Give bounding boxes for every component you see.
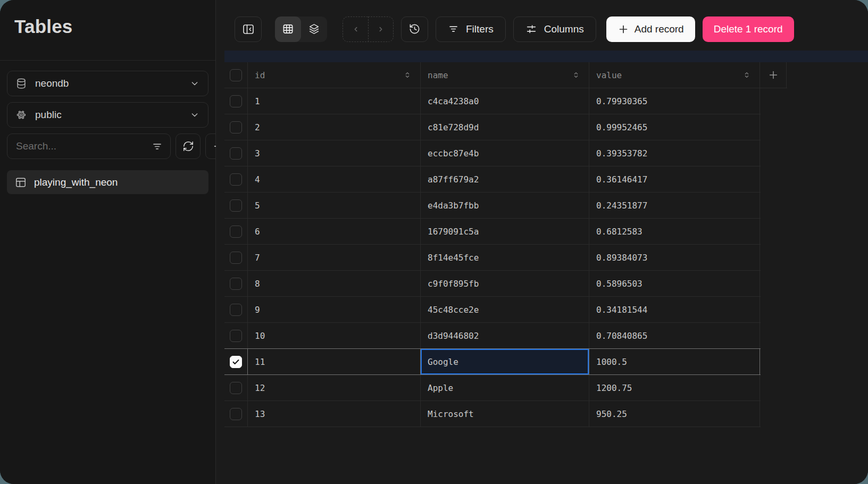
schema-selector-value: public xyxy=(35,109,181,121)
row-checkbox[interactable] xyxy=(230,173,242,186)
cell-value[interactable]: 0.39353782 xyxy=(589,140,760,166)
cell-name[interactable]: Google xyxy=(421,349,589,374)
cell-id[interactable]: 5 xyxy=(248,193,421,218)
sliders-icon xyxy=(525,23,537,35)
row-checkbox-cell xyxy=(224,271,248,296)
plus-icon xyxy=(617,23,629,35)
cell-value[interactable]: 0.24351877 xyxy=(589,193,760,218)
table-row: 12Apple1200.75 xyxy=(224,375,761,401)
layers-view-button[interactable] xyxy=(301,16,327,42)
cell-name[interactable]: a87ff679a2 xyxy=(421,166,589,192)
history-button[interactable] xyxy=(401,16,428,42)
cell-id[interactable]: 1 xyxy=(248,88,421,114)
row-checkbox[interactable] xyxy=(230,304,242,316)
table-row: 3eccbc87e4b0.39353782 xyxy=(224,140,761,166)
add-column-button[interactable] xyxy=(760,62,787,88)
data-table: id name value xyxy=(224,62,868,427)
filter-lines-icon xyxy=(152,141,163,152)
schema-icon xyxy=(15,109,27,121)
cell-id[interactable]: 11 xyxy=(248,349,421,374)
row-checkbox[interactable] xyxy=(230,382,242,394)
cell-id[interactable]: 9 xyxy=(248,297,421,322)
row-checkbox[interactable] xyxy=(230,278,242,290)
grid-view-icon xyxy=(282,23,294,35)
table-row: 61679091c5a0.6812583 xyxy=(224,219,761,245)
cell-value[interactable]: 0.34181544 xyxy=(589,297,760,322)
row-checkbox-cell xyxy=(224,297,248,322)
cell-value[interactable]: 1200.75 xyxy=(589,375,760,400)
schema-selector[interactable]: public xyxy=(7,102,208,128)
cell-name[interactable]: c9f0f895fb xyxy=(421,271,589,296)
row-checkbox-cell xyxy=(224,219,248,244)
row-checkbox-cell xyxy=(224,245,248,270)
cell-value[interactable]: 0.5896503 xyxy=(589,271,760,296)
cell-value[interactable]: 950.25 xyxy=(589,401,760,427)
cell-name[interactable]: 45c48cce2e xyxy=(421,297,589,322)
cell-value[interactable]: 0.99952465 xyxy=(589,114,760,140)
select-all-checkbox[interactable] xyxy=(230,69,242,81)
chevron-down-icon xyxy=(189,110,200,120)
row-checkbox[interactable] xyxy=(230,226,242,238)
table-header-row: id name value xyxy=(224,62,787,88)
grid-view-button[interactable] xyxy=(275,16,301,42)
filters-button[interactable]: Filters xyxy=(436,16,506,42)
row-checkbox[interactable] xyxy=(230,121,242,133)
cell-value[interactable]: 0.89384073 xyxy=(589,245,760,270)
row-checkbox[interactable] xyxy=(230,199,242,212)
collapse-sidebar-button[interactable] xyxy=(235,16,262,42)
columns-button-label: Columns xyxy=(544,23,584,35)
database-selector[interactable]: neondb xyxy=(7,71,208,96)
table-row: 11Google1000.5 xyxy=(224,349,761,375)
column-header-value[interactable]: value xyxy=(589,62,760,88)
table-search[interactable] xyxy=(7,133,171,159)
table-zone: id name value xyxy=(216,51,868,484)
cell-id[interactable]: 10 xyxy=(248,323,421,348)
search-input[interactable] xyxy=(15,140,147,153)
next-page-button[interactable] xyxy=(368,16,394,42)
cell-id[interactable]: 7 xyxy=(248,245,421,270)
columns-button[interactable]: Columns xyxy=(513,16,596,42)
cell-name[interactable]: Apple xyxy=(421,375,589,400)
row-checkbox-checked[interactable] xyxy=(230,356,242,368)
cell-id[interactable]: 8 xyxy=(248,271,421,296)
cell-value[interactable]: 0.36146417 xyxy=(589,166,760,192)
cell-name[interactable]: 8f14e45fce xyxy=(421,245,589,270)
row-checkbox[interactable] xyxy=(230,95,242,107)
cell-name[interactable]: c81e728d9d xyxy=(421,114,589,140)
cell-id[interactable]: 6 xyxy=(248,219,421,244)
cell-value[interactable]: 0.70840865 xyxy=(589,323,760,348)
cell-id[interactable]: 13 xyxy=(248,401,421,427)
refresh-button[interactable] xyxy=(176,133,201,159)
filters-button-label: Filters xyxy=(466,23,494,35)
row-checkbox[interactable] xyxy=(230,252,242,264)
cell-value[interactable]: 1000.5 xyxy=(589,349,760,374)
row-checkbox[interactable] xyxy=(230,147,242,160)
view-switcher xyxy=(275,16,327,42)
cell-value[interactable]: 0.6812583 xyxy=(589,219,760,244)
cell-name[interactable]: 1679091c5a xyxy=(421,219,589,244)
search-row xyxy=(7,133,208,159)
selection-strip xyxy=(224,51,868,62)
cell-name[interactable]: d3d9446802 xyxy=(421,323,589,348)
delete-record-button[interactable]: Delete 1 record xyxy=(703,16,794,42)
cell-name[interactable]: Microsoft xyxy=(421,401,589,427)
column-header-name[interactable]: name xyxy=(421,62,589,88)
cell-name[interactable]: eccbc87e4b xyxy=(421,140,589,166)
sidebar-item-label: playing_with_neon xyxy=(34,177,118,188)
cell-id[interactable]: 3 xyxy=(248,140,421,166)
cell-id[interactable]: 4 xyxy=(248,166,421,192)
app-window: Tables neondb public xyxy=(0,0,868,484)
refresh-icon xyxy=(182,140,194,152)
cell-name[interactable]: e4da3b7fbb xyxy=(421,193,589,218)
sidebar-item-playing-with-neon[interactable]: playing_with_neon xyxy=(7,170,208,194)
prev-page-button[interactable] xyxy=(343,16,368,42)
add-record-button[interactable]: Add record xyxy=(606,16,695,42)
cell-id[interactable]: 2 xyxy=(248,114,421,140)
row-checkbox[interactable] xyxy=(230,330,242,342)
pagination xyxy=(343,16,394,42)
row-checkbox[interactable] xyxy=(230,408,242,420)
cell-name[interactable]: c4ca4238a0 xyxy=(421,88,589,114)
cell-id[interactable]: 12 xyxy=(248,375,421,400)
cell-value[interactable]: 0.79930365 xyxy=(589,88,760,114)
column-header-id[interactable]: id xyxy=(248,62,421,88)
